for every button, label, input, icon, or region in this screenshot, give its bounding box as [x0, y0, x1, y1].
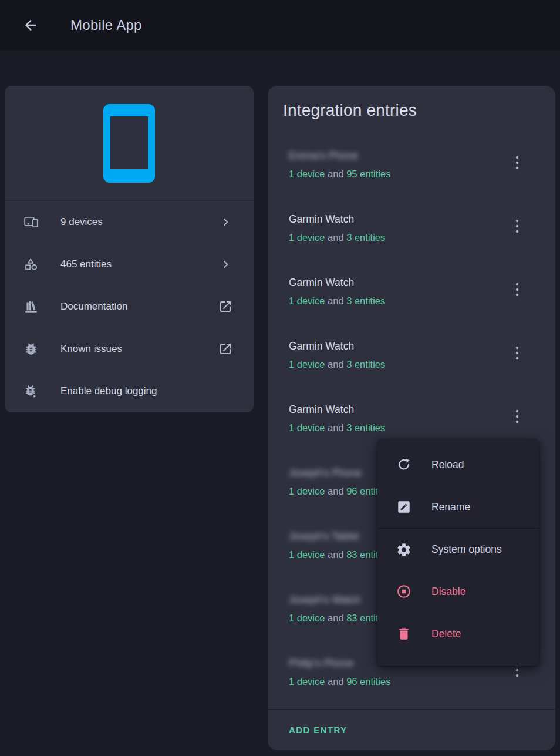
entities-row[interactable]: 465 entities: [5, 243, 254, 285]
reload-icon: [396, 457, 411, 472]
chevron-right-icon: [218, 257, 232, 271]
entry-name: Garmin Watch: [289, 212, 354, 226]
pencil-box-icon: [396, 499, 411, 515]
menu-item-system-options[interactable]: System options: [377, 528, 539, 570]
entry-name: Philip's Phone: [289, 656, 353, 670]
entry-devices-link[interactable]: 1 device: [289, 232, 325, 243]
entry-name: Garmin Watch: [289, 402, 354, 416]
entry-entities-link[interactable]: 95 entities: [346, 169, 390, 179]
entry-row: Garmin Watch 1 device and 3 entities: [268, 330, 555, 394]
entry-subtitle-connector: and: [328, 422, 344, 433]
entry-subtitle-connector: and: [328, 549, 344, 560]
entry-entities-link[interactable]: 3 entities: [346, 295, 385, 306]
entry-subtitle: 1 device and 3 entities: [289, 358, 514, 371]
integration-info-card: 9 devices 465 entities Documenta: [5, 86, 254, 412]
documentation-row[interactable]: Documentation: [5, 285, 254, 328]
known-issues-label: Known issues: [60, 343, 218, 355]
entry-menu-button[interactable]: [510, 154, 524, 172]
entry-entities-link[interactable]: 96 entities: [346, 676, 390, 687]
dots-vertical-icon: [510, 154, 524, 172]
enable-debug-logging-row[interactable]: Enable debug logging: [5, 370, 254, 412]
entry-subtitle-connector: and: [328, 232, 344, 243]
entry-menu-button[interactable]: [510, 408, 524, 425]
entry-menu-button[interactable]: [510, 344, 524, 362]
entry-row: Emma's Phone 1 device and 95 entities: [268, 140, 555, 203]
devices-icon: [23, 214, 39, 230]
entry-devices-link[interactable]: 1 device: [289, 169, 325, 179]
documentation-label: Documentation: [60, 301, 218, 313]
entry-subtitle-connector: and: [328, 613, 344, 623]
entry-subtitle: 1 device and 3 entities: [289, 294, 514, 307]
dots-vertical-icon: [510, 408, 524, 425]
entry-row: Garmin Watch 1 device and 3 entities: [268, 267, 555, 330]
entry-devices-link[interactable]: 1 device: [289, 295, 325, 306]
entry-devices-link[interactable]: 1 device: [289, 359, 325, 369]
menu-item-reload[interactable]: Reload: [377, 443, 539, 486]
enable-debug-logging-label: Enable debug logging: [60, 385, 232, 397]
entry-name: Joseph's Phone: [289, 466, 362, 480]
menu-item-disable[interactable]: Disable: [377, 570, 539, 613]
entry-subtitle-connector: and: [328, 486, 344, 496]
stop-circle-icon: [396, 584, 411, 599]
add-entry-button[interactable]: ADD ENTRY: [289, 725, 348, 735]
entry-subtitle: 1 device and 96 entities: [289, 675, 514, 688]
dots-vertical-icon: [510, 344, 524, 362]
entry-row: Garmin Watch 1 device and 3 entities: [268, 203, 555, 267]
entry-menu-button[interactable]: [510, 217, 524, 235]
integration-info-list: 9 devices 465 entities Documenta: [5, 201, 254, 412]
entry-context-menu: Reload Rename System options Disable Del…: [377, 439, 539, 666]
entries-card-title: Integration entries: [268, 86, 555, 120]
entries-card-footer: ADD ENTRY: [268, 709, 555, 750]
menu-item-rename[interactable]: Rename: [377, 486, 539, 528]
entry-devices-link[interactable]: 1 device: [289, 549, 325, 560]
menu-item-delete[interactable]: Delete: [377, 613, 539, 655]
entry-devices-link[interactable]: 1 device: [289, 676, 325, 687]
dots-vertical-icon: [510, 217, 524, 235]
app-bar: Mobile App: [0, 0, 560, 51]
menu-item-label: System options: [431, 543, 502, 556]
entry-subtitle-connector: and: [328, 676, 344, 687]
entry-name: Emma's Phone: [289, 149, 358, 163]
chevron-right-icon: [218, 215, 232, 229]
entry-subtitle: 1 device and 3 entities: [289, 231, 514, 244]
entry-name: Garmin Watch: [289, 339, 354, 353]
devices-row[interactable]: 9 devices: [5, 201, 254, 243]
open-in-new-icon: [218, 300, 232, 314]
entry-entities-link[interactable]: 3 entities: [346, 359, 385, 369]
bug-play-icon: [23, 384, 39, 399]
entities-count-label: 465 entities: [60, 258, 218, 270]
menu-item-label: Reload: [431, 459, 464, 471]
entry-devices-link[interactable]: 1 device: [289, 486, 325, 496]
entry-name: Joseph's Tablet: [289, 529, 359, 543]
gear-icon: [396, 542, 411, 557]
trash-icon: [396, 626, 411, 641]
entry-subtitle: 1 device and 3 entities: [289, 421, 514, 434]
entry-subtitle-connector: and: [328, 359, 344, 369]
arrow-left-icon: [22, 17, 39, 33]
cellphone-icon: [103, 104, 155, 183]
entry-subtitle-connector: and: [328, 169, 344, 179]
page-title: Mobile App: [70, 17, 142, 33]
bookshelf-icon: [23, 299, 39, 314]
entry-subtitle-connector: and: [328, 295, 344, 306]
entry-name: Garmin Watch: [289, 275, 354, 290]
bug-icon: [23, 341, 39, 357]
menu-item-label: Delete: [431, 628, 461, 640]
shapes-icon: [23, 257, 39, 272]
known-issues-row[interactable]: Known issues: [5, 328, 254, 370]
entry-devices-link[interactable]: 1 device: [289, 422, 325, 433]
integration-hero: [5, 86, 254, 201]
open-in-new-icon: [218, 342, 232, 356]
entry-menu-button[interactable]: [510, 281, 524, 298]
dots-vertical-icon: [510, 281, 524, 298]
entry-entities-link[interactable]: 3 entities: [346, 422, 385, 433]
back-button[interactable]: [22, 17, 39, 33]
menu-item-label: Rename: [431, 501, 470, 513]
entry-name: Joseph's Watch: [289, 593, 360, 607]
devices-count-label: 9 devices: [60, 216, 218, 228]
entry-entities-link[interactable]: 3 entities: [346, 232, 385, 243]
entry-subtitle: 1 device and 95 entities: [289, 167, 514, 180]
entry-devices-link[interactable]: 1 device: [289, 613, 325, 623]
menu-item-label: Disable: [431, 586, 465, 598]
